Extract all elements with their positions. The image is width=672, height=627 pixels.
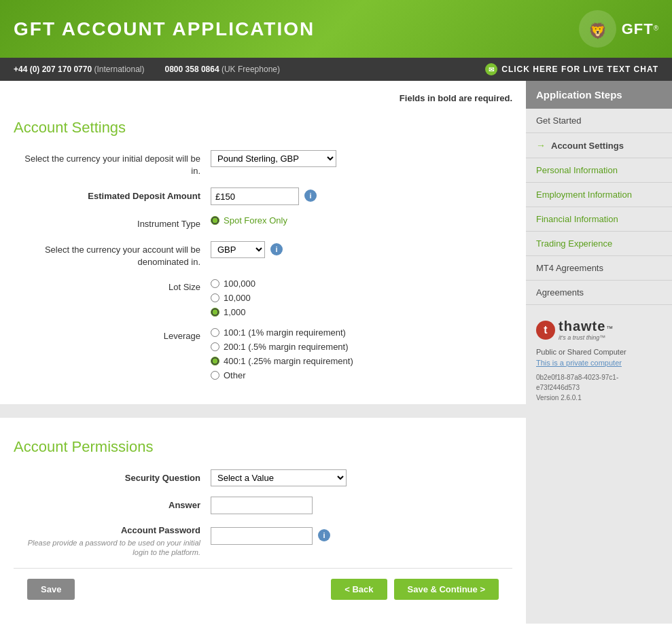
deposit-info-icon[interactable]: i — [304, 190, 317, 202]
phone1: +44 (0) 207 170 0770 (International) — [14, 65, 145, 74]
account-settings-title: Account Settings — [14, 119, 512, 137]
gft-logo: 🦁 GFT® — [579, 10, 658, 48]
account-currency-select[interactable]: GBP USD EUR — [211, 241, 265, 258]
lot-size-radio-group: 100,000 10,000 1,000 — [211, 279, 255, 317]
svg-text:🦁: 🦁 — [588, 22, 607, 40]
instrument-radio: Spot Forex Only — [211, 215, 287, 226]
sidebar-item-personal-info-label: Personal Information — [536, 165, 618, 175]
leverage-row: Leverage 100:1 (1% margin requirement) 2… — [14, 327, 512, 380]
sidebar-item-employment-info[interactable]: Employment Information — [526, 183, 672, 207]
leverage-other-radio[interactable] — [211, 371, 219, 380]
leverage-200-1-label: 200:1 (.5% margin requirement) — [224, 342, 349, 352]
sidebar-header: Application Steps — [526, 81, 672, 109]
lot-size-1000-label: 1,000 — [224, 307, 246, 317]
sidebar-item-trading-experience[interactable]: Trading Experience — [526, 232, 672, 256]
sidebar-arrow-icon: → — [536, 140, 546, 151]
sidebar-item-financial-info[interactable]: Financial Information — [526, 207, 672, 232]
instrument-radio-input[interactable] — [211, 216, 219, 225]
deposit-control: i — [211, 187, 512, 205]
lot-size-100000: 100,000 — [211, 279, 255, 289]
password-input[interactable] — [211, 527, 313, 545]
currency-control: Pound Sterling, GBP US Dollar, USD Euro,… — [211, 150, 512, 167]
instrument-control: Spot Forex Only — [211, 215, 512, 226]
back-button[interactable]: < Back — [331, 579, 387, 600]
lot-size-10000-radio[interactable] — [211, 293, 219, 302]
lot-size-100000-radio[interactable] — [211, 279, 219, 288]
password-info-icon[interactable]: i — [318, 529, 330, 541]
instrument-row: Instrument Type Spot Forex Only — [14, 215, 512, 230]
leverage-400-1-radio[interactable] — [211, 357, 219, 365]
security-question-select[interactable]: Select a Value What is your mother's mai… — [211, 469, 347, 486]
sidebar-item-financial-info-label: Financial Information — [536, 214, 618, 224]
app-header: GFT ACCOUNT APPLICATION 🦁 GFT® — [0, 0, 672, 58]
leverage-other: Other — [211, 370, 353, 380]
lot-size-row: Lot Size 100,000 10,000 1,00 — [14, 279, 512, 317]
sidebar-item-mt4-agreements-label: MT4 Agreements — [536, 263, 603, 273]
sidebar-item-get-started-label: Get Started — [536, 115, 581, 126]
answer-control — [211, 497, 512, 514]
thawte-private-link[interactable]: This is a private computer — [536, 359, 662, 367]
sidebar-item-get-started[interactable]: Get Started — [526, 109, 672, 133]
thawte-computer-text: Public or Shared Computer — [536, 348, 662, 356]
leverage-200-1-radio[interactable] — [211, 342, 219, 351]
lot-size-100000-label: 100,000 — [224, 279, 255, 289]
sidebar-item-account-settings-label: Account Settings — [551, 141, 624, 151]
password-label: Account Password — [14, 524, 200, 538]
chat-button[interactable]: ✉ CLICK HERE FOR LIVE TEXT CHAT — [485, 63, 658, 75]
account-currency-control: GBP USD EUR i — [211, 241, 512, 258]
contact-bar: +44 (0) 207 170 0770 (International) 080… — [0, 58, 672, 81]
thawte-t-icon: t — [536, 321, 555, 340]
answer-label: Answer — [14, 497, 211, 512]
password-label-area: Account Password Please provide a passwo… — [14, 524, 211, 558]
thawte-tagline: it's a trust thing™ — [559, 334, 613, 341]
instrument-value: Spot Forex Only — [224, 215, 287, 226]
leverage-400-1: 400:1 (.25% margin requirement) — [211, 356, 353, 366]
app-title: GFT ACCOUNT APPLICATION — [14, 18, 315, 40]
thawte-version: 0b2e0f18-87a8-4023-97c1-e73f2446d573Vers… — [536, 372, 662, 403]
leverage-200-1: 200:1 (.5% margin requirement) — [211, 342, 353, 352]
gft-logo-name: GFT® — [622, 20, 658, 38]
lot-size-control: 100,000 10,000 1,000 — [211, 279, 512, 317]
security-question-control: Select a Value What is your mother's mai… — [211, 469, 512, 486]
security-question-row: Security Question Select a Value What is… — [14, 469, 512, 486]
leverage-radio-group: 100:1 (1% margin requirement) 200:1 (.5%… — [211, 327, 353, 380]
account-currency-info-icon[interactable]: i — [270, 243, 283, 255]
instrument-label: Instrument Type — [14, 215, 211, 230]
sidebar-item-agreements[interactable]: Agreements — [526, 281, 672, 305]
lot-size-1000-radio[interactable] — [211, 308, 219, 317]
password-row: Account Password Please provide a passwo… — [14, 524, 512, 558]
account-permissions-section: Account Permissions Security Question Se… — [14, 425, 512, 558]
currency-row: Select the currency your initial deposit… — [14, 150, 512, 177]
required-notice: Fields in bold are required. — [14, 88, 512, 109]
deposit-label: Estimated Deposit Amount — [14, 187, 211, 202]
leverage-100-1-label: 100:1 (1% margin requirement) — [224, 327, 346, 338]
sidebar-item-mt4-agreements[interactable]: MT4 Agreements — [526, 256, 672, 281]
save-button[interactable]: Save — [27, 579, 75, 600]
leverage-100-1-radio[interactable] — [211, 328, 219, 337]
sidebar-item-personal-info[interactable]: Personal Information — [526, 158, 672, 183]
continue-button[interactable]: Save & Continue > — [394, 579, 499, 600]
thawte-brand: thawte™ it's a trust thing™ — [559, 319, 613, 341]
deposit-input[interactable] — [211, 187, 299, 205]
leverage-100-1: 100:1 (1% margin requirement) — [211, 327, 353, 338]
thawte-logo: t thawte™ it's a trust thing™ — [536, 319, 662, 341]
account-settings-section: Account Settings Select the currency you… — [14, 109, 512, 397]
phone-numbers: +44 (0) 207 170 0770 (International) 080… — [14, 65, 280, 74]
lot-size-label: Lot Size — [14, 279, 211, 293]
gft-logo-icon: 🦁 — [579, 10, 616, 48]
leverage-other-label: Other — [224, 370, 246, 380]
deposit-row: Estimated Deposit Amount i — [14, 187, 512, 205]
leverage-control: 100:1 (1% margin requirement) 200:1 (.5%… — [211, 327, 512, 380]
phone2: 0800 358 0864 (UK Freephone) — [165, 65, 280, 74]
sidebar-item-account-settings[interactable]: → Account Settings — [526, 133, 672, 158]
security-question-label: Security Question — [14, 469, 211, 484]
thawte-name: thawte — [559, 319, 605, 334]
thawte-tm: ™ — [606, 325, 613, 332]
answer-row: Answer — [14, 497, 512, 514]
chat-icon: ✉ — [485, 63, 497, 75]
account-currency-label: Select the currency your account will be… — [14, 241, 211, 268]
bottom-bar: Save < Back Save & Continue > — [14, 568, 512, 610]
currency-select[interactable]: Pound Sterling, GBP US Dollar, USD Euro,… — [211, 150, 336, 167]
answer-input[interactable] — [211, 497, 313, 514]
main-layout: Fields in bold are required. Account Set… — [0, 81, 672, 624]
